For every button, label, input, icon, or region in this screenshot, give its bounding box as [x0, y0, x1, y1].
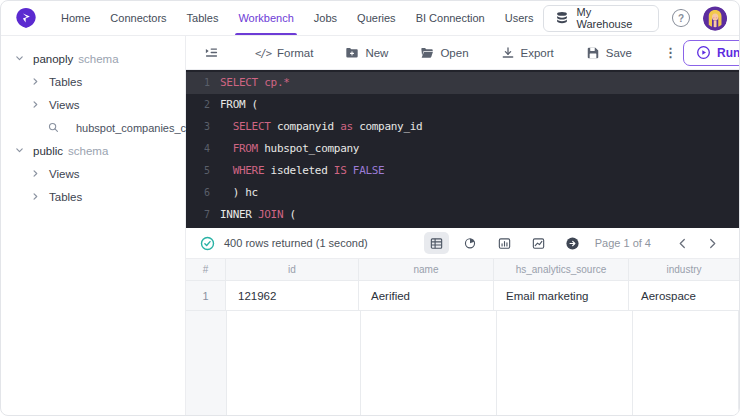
save-button[interactable]: Save: [586, 46, 632, 60]
search-icon: [48, 122, 68, 133]
result-view-switcher: [424, 232, 585, 254]
header-cell-hs-analytics-source: hs_analytics_source: [494, 259, 629, 281]
code-token: (: [283, 208, 296, 221]
code-token: IS: [334, 164, 347, 177]
format-button[interactable]: </> Format: [255, 47, 313, 59]
prev-page-button[interactable]: [669, 232, 695, 254]
cell-industry[interactable]: Aerospace: [629, 281, 739, 311]
panoply-logo-icon[interactable]: [15, 7, 37, 29]
new-query-button[interactable]: New: [345, 46, 388, 60]
results-status-bar: 400 rows returned (1 second) Page 1 of 4: [186, 228, 739, 259]
next-row-sliver: [186, 311, 739, 415]
query-status: 400 rows returned (1 second): [200, 236, 368, 251]
code-line[interactable]: 4 FROM hubspot_company: [186, 138, 739, 160]
app-window: Home Connectors Tables Workbench Jobs Qu…: [0, 0, 740, 416]
code-token: FALSE: [346, 164, 384, 177]
sql-editor[interactable]: 1 SELECT cp.* 2 FROM ( 3 SELECT companyi…: [186, 70, 739, 228]
sidebar-item-views[interactable]: Views: [1, 93, 185, 116]
line-number: 4: [186, 138, 220, 160]
schema-sidebar: panoply schema Tables Views hubspot_comp…: [1, 36, 186, 415]
line-number: 6: [186, 182, 220, 204]
download-icon: [501, 46, 515, 60]
collapse-sidebar-button[interactable]: [204, 45, 219, 60]
bar-chart-view-button[interactable]: [492, 232, 517, 254]
forward-arrow-button[interactable]: [560, 232, 585, 254]
code-line[interactable]: 5 WHERE isdeleted IS FALSE: [186, 160, 739, 182]
code-line[interactable]: 6 ) hc: [186, 182, 739, 204]
cell-hs-analytics-source[interactable]: Email marketing: [494, 281, 629, 311]
code-token: FROM (: [220, 98, 258, 111]
table-header-row: # id name hs_analytics_source industry: [186, 259, 739, 281]
open-button-label: Open: [440, 47, 468, 59]
line-number: 1: [186, 72, 220, 94]
user-avatar[interactable]: [703, 6, 727, 31]
code-token: companyid: [271, 120, 341, 133]
save-disk-icon: [586, 46, 600, 60]
nav-right-group: My Warehouse ?: [543, 5, 727, 32]
sliver-cell: [227, 311, 361, 415]
sliver-cell: [186, 311, 227, 415]
open-query-button[interactable]: Open: [420, 46, 468, 60]
code-token: as: [340, 120, 353, 133]
nav-item-home[interactable]: Home: [51, 1, 100, 35]
chevron-right-icon: [31, 77, 40, 86]
sidebar-item-public-views[interactable]: Views: [1, 162, 185, 185]
tree-item-label: Tables: [49, 191, 82, 203]
sidebar-item-public-schema[interactable]: public schema: [1, 139, 185, 162]
help-button[interactable]: ?: [672, 9, 690, 27]
sidebar-item-public-tables[interactable]: Tables: [1, 185, 185, 208]
code-line[interactable]: 1 SELECT cp.*: [186, 72, 739, 94]
export-button-label: Export: [521, 47, 554, 59]
line-number: 3: [186, 116, 220, 138]
cell-name[interactable]: Aerified: [359, 281, 494, 311]
run-button[interactable]: Run: [683, 40, 740, 66]
run-button-label: Run: [717, 46, 740, 60]
code-line[interactable]: 7 INNER JOIN (: [186, 204, 739, 226]
tree-item-label: Views: [49, 99, 79, 111]
code-token: SELECT: [220, 120, 271, 133]
sliver-cell: [633, 311, 739, 415]
nav-item-tables[interactable]: Tables: [177, 1, 229, 35]
code-line[interactable]: 2 FROM (: [186, 94, 739, 116]
sliver-cell: [497, 311, 633, 415]
chevron-down-icon: [15, 146, 24, 155]
nav-item-workbench[interactable]: Workbench: [228, 1, 303, 35]
sidebar-item-panoply-schema[interactable]: panoply schema: [1, 47, 185, 70]
schema-badge: schema: [68, 145, 108, 157]
chevron-right-icon: [31, 169, 40, 178]
schema-name: public: [33, 145, 63, 157]
export-button[interactable]: Export: [501, 46, 554, 60]
pie-chart-view-button[interactable]: [458, 232, 483, 254]
nav-item-users[interactable]: Users: [495, 1, 544, 35]
play-circle-icon: [696, 45, 711, 60]
cell-id[interactable]: 121962: [226, 281, 359, 311]
nav-item-queries[interactable]: Queries: [347, 1, 406, 35]
header-cell-industry: industry: [629, 259, 739, 281]
sidebar-item-tables[interactable]: Tables: [1, 70, 185, 93]
nav-item-jobs[interactable]: Jobs: [304, 1, 347, 35]
code-line[interactable]: 3 SELECT companyid as company_id: [186, 116, 739, 138]
code-token: SELECT cp.*: [220, 76, 290, 89]
line-number: 7: [186, 204, 220, 226]
chevron-right-icon: [31, 192, 40, 201]
sidebar-item-hubspot-companies-view[interactable]: hubspot_companies_cons...: [1, 116, 185, 139]
code-brackets-icon: </>: [255, 47, 271, 59]
next-page-button[interactable]: [699, 232, 725, 254]
more-options-button[interactable]: ⋮: [664, 45, 677, 60]
page-indicator: Page 1 of 4: [595, 237, 651, 249]
results-table: # id name hs_analytics_source industry 1…: [186, 259, 739, 415]
line-chart-view-button[interactable]: [526, 232, 551, 254]
tree-item-label: Views: [49, 168, 79, 180]
code-token: hubspot_company: [258, 142, 359, 155]
open-folder-icon: [420, 46, 434, 60]
table-row: 1 121962 Aerified Email marketing Aerosp…: [186, 281, 739, 311]
line-number: 5: [186, 160, 220, 182]
format-button-label: Format: [277, 47, 313, 59]
pagination: Page 1 of 4: [595, 232, 725, 254]
warehouse-button[interactable]: My Warehouse: [543, 5, 659, 32]
nav-item-bi-connection[interactable]: BI Connection: [406, 1, 495, 35]
table-view-button[interactable]: [424, 232, 449, 254]
cell-row-index: 1: [186, 281, 226, 311]
nav-item-connectors[interactable]: Connectors: [100, 1, 176, 35]
header-cell-id: id: [226, 259, 359, 281]
